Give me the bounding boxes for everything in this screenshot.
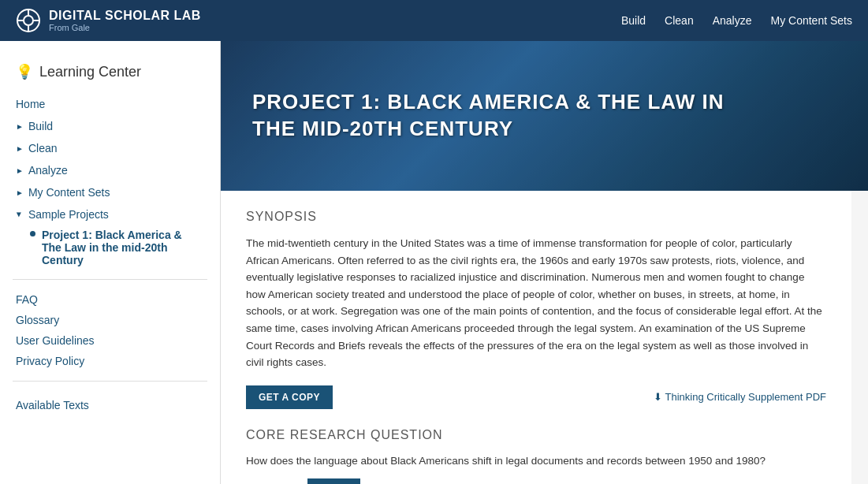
hero-title: PROJECT 1: BLACK AMERICA & THE LAW IN TH… (252, 89, 725, 143)
sidebar-glossary[interactable]: Glossary (16, 310, 204, 330)
hero-banner: PROJECT 1: BLACK AMERICA & THE LAW IN TH… (221, 41, 868, 191)
sidebar-faq[interactable]: FAQ (16, 289, 204, 310)
sidebar-footer-links: FAQ Glossary User Guidelines Privacy Pol… (0, 289, 220, 371)
analyze-label: Analyze (28, 164, 68, 177)
sidebar: 💡 Learning Center Home ► Build ► Clean ► (0, 41, 221, 484)
download-icon: ⬇ (654, 391, 662, 403)
sidebar-item-home[interactable]: Home (0, 93, 220, 115)
sidebar-available-texts[interactable]: Available Texts (0, 391, 220, 419)
header-nav: Build Clean Analyze My Content Sets (621, 14, 852, 27)
sidebar-item-clean[interactable]: ► Clean (0, 137, 220, 159)
sidebar-user-guidelines[interactable]: User Guidelines (16, 330, 204, 351)
sample-projects-chevron: ► (15, 210, 24, 218)
synopsis-heading: SYNOPSIS (246, 210, 826, 224)
sidebar-section-label: Learning Center (39, 64, 141, 80)
app-logo-icon (16, 8, 41, 33)
clean-label: Clean (28, 142, 58, 155)
sidebar-item-analyze[interactable]: ► Analyze (0, 159, 220, 181)
build-chevron: ► (16, 122, 24, 131)
nav-clean[interactable]: Clean (665, 14, 694, 27)
app-title: DIGITAL SCHOLAR LAB (49, 9, 201, 23)
nav-analyze[interactable]: Analyze (713, 14, 752, 27)
nav-build[interactable]: Build (621, 14, 646, 27)
active-bullet (30, 231, 35, 236)
content-sets-label: My Content Sets (28, 186, 110, 199)
nav-my-content-sets[interactable]: My Content Sets (771, 14, 853, 27)
get-copy-button[interactable]: GET A COPY (246, 385, 333, 409)
app-header: DIGITAL SCHOLAR LAB From Gale Build Clea… (0, 0, 868, 41)
sample-projects-sub: Project 1: Black America & The Law in th… (0, 225, 220, 270)
synopsis-text: The mid-twentieth century in the United … (246, 235, 826, 371)
clean-chevron: ► (16, 144, 24, 153)
action-row: GET A COPY ⬇ Thinking Critically Supplem… (246, 385, 826, 409)
app-subtitle: From Gale (49, 23, 201, 32)
analyze-chevron: ► (16, 166, 24, 175)
svg-point-1 (24, 16, 33, 25)
content-sets-chevron: ► (16, 188, 24, 197)
sidebar-item-build[interactable]: ► Build (0, 115, 220, 137)
sidebar-item-my-content-sets[interactable]: ► My Content Sets (0, 181, 220, 203)
learning-center-icon: 💡 (16, 63, 33, 80)
sidebar-project-1[interactable]: Project 1: Black America & The Law in th… (0, 225, 220, 270)
logo-area: DIGITAL SCHOLAR LAB From Gale (16, 8, 201, 33)
core-research-heading: CORE RESEARCH QUESTION (246, 428, 826, 442)
sample-projects-label: Sample Projects (28, 208, 109, 221)
build-label: Build (28, 120, 53, 132)
read-more-row: Read More: SHOW (246, 478, 826, 484)
main-layout: 💡 Learning Center Home ► Build ► Clean ► (0, 41, 868, 484)
project-1-label: Project 1: Black America & The Law in th… (42, 229, 204, 266)
sidebar-title: 💡 Learning Center (0, 57, 220, 93)
content-body: SYNOPSIS The mid-twentieth century in th… (221, 191, 851, 484)
download-link-label: Thinking Critically Supplement PDF (665, 391, 826, 403)
sidebar-divider-1 (13, 279, 207, 280)
header-title-block: DIGITAL SCHOLAR LAB From Gale (49, 9, 201, 32)
sidebar-item-sample-projects[interactable]: ► Sample Projects Project 1: Black Ameri… (0, 203, 220, 270)
sidebar-nav: ► Build ► Clean ► Analyze ► My Con (0, 115, 220, 270)
download-supplement-link[interactable]: ⬇ Thinking Critically Supplement PDF (654, 391, 826, 403)
main-content: PROJECT 1: BLACK AMERICA & THE LAW IN TH… (221, 41, 868, 484)
core-research-section: CORE RESEARCH QUESTION How does the lang… (246, 428, 826, 484)
core-question-text: How does the language about Black Americ… (246, 453, 826, 469)
sidebar-privacy-policy[interactable]: Privacy Policy (16, 351, 204, 371)
show-button[interactable]: SHOW (307, 478, 360, 484)
sidebar-divider-2 (13, 381, 207, 382)
